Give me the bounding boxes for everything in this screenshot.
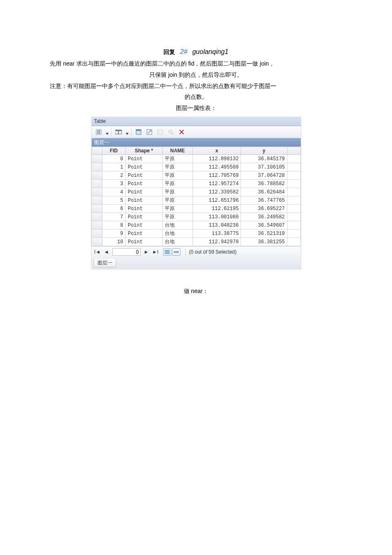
row-handle[interactable] [92, 155, 102, 163]
cell-y: 36.747765 [241, 196, 287, 205]
cell-fid: 0 [102, 155, 125, 163]
col-header-shape[interactable]: Shape * [125, 147, 162, 155]
cell-fid: 6 [102, 205, 125, 213]
body-line-2: 只保留 join 到的点，然后导出即可。 [50, 69, 342, 81]
table-row[interactable]: 1Point平原112.49558837.106105 [92, 163, 300, 171]
cell-x: 112.898132 [192, 155, 241, 163]
row-handle[interactable] [92, 196, 102, 205]
cell-y: 37.064728 [241, 171, 287, 180]
cell-name: 平原 [163, 188, 193, 196]
cell-name: 平原 [163, 196, 193, 205]
chevron-down-icon[interactable] [106, 131, 109, 134]
table-row[interactable]: 8Point台地113.04823636.549607 [92, 221, 300, 230]
row-handle[interactable] [92, 171, 102, 180]
last-record-button[interactable]: ►I [152, 249, 159, 255]
cell-extra [287, 221, 300, 230]
svg-marker-9 [126, 133, 129, 135]
svg-rect-13 [158, 130, 163, 134]
selection-status: (0 out of 59 Selected) [189, 249, 237, 255]
next-record-button[interactable]: ► [143, 249, 150, 255]
row-handle[interactable] [92, 230, 102, 238]
cell-y: 36.845179 [241, 155, 287, 163]
cell-x: 112.339582 [192, 188, 241, 196]
row-handle[interactable] [92, 238, 102, 246]
cell-shape: Point [125, 171, 162, 180]
table-row[interactable]: 2Point平原112.70576937.064728 [92, 171, 300, 180]
svg-rect-19 [165, 252, 170, 253]
prev-record-button[interactable]: ◄ [103, 249, 110, 255]
bottom-tab-layer1[interactable]: 图层一 [94, 259, 116, 267]
cell-shape: Point [125, 238, 162, 246]
show-all-records-button[interactable] [163, 248, 171, 256]
row-handle[interactable] [92, 221, 102, 230]
table-row[interactable]: 5Point平原112.65179636.747765 [92, 196, 300, 205]
svg-rect-11 [136, 130, 141, 131]
related-tables-button[interactable] [114, 127, 123, 137]
table-row[interactable]: 4Point平原112.33958236.626484 [92, 188, 300, 196]
switch-selection-button[interactable] [145, 127, 154, 137]
cell-extra [287, 188, 300, 196]
record-index-input[interactable] [112, 248, 141, 256]
body-line-5: 图层一属性表： [50, 103, 342, 114]
table-row[interactable]: 10Point台地112.94297836.381255 [92, 238, 300, 246]
cell-x: 112.651796 [192, 196, 241, 205]
cell-name: 台地 [163, 230, 193, 238]
col-header-name[interactable]: NAME [163, 147, 193, 155]
delete-selected-button[interactable] [177, 127, 186, 137]
record-navigator: I◄ ◄ ► ►I (0 out of 59 Selected) [92, 246, 301, 257]
svg-rect-7 [115, 130, 118, 131]
cell-y: 36.626484 [241, 188, 287, 196]
svg-marker-4 [106, 133, 109, 135]
cell-name: 台地 [163, 238, 193, 246]
cell-shape: Point [125, 230, 162, 238]
reply-number: 2# [180, 48, 187, 55]
svg-rect-8 [119, 130, 122, 131]
cell-fid: 5 [102, 196, 125, 205]
body-line-3: 注意：有可能图层一中多个点对应到图层二中一个点，所以求出的点数有可能少于图层一 [50, 81, 342, 92]
clear-selection-button[interactable] [156, 127, 165, 137]
table-row[interactable]: 7Point平原113.00108636.249582 [92, 213, 300, 221]
cell-y: 36.695227 [241, 205, 287, 213]
layer-name-band[interactable]: 图层一 [92, 138, 301, 147]
cell-extra [287, 213, 300, 221]
row-handle[interactable] [92, 188, 102, 196]
table-row[interactable]: 9Point台地113.3877536.521319 [92, 230, 300, 238]
zoom-selected-button[interactable] [166, 127, 175, 137]
cell-name: 台地 [163, 221, 193, 230]
cell-x: 112.495588 [192, 163, 241, 171]
cell-name: 平原 [163, 205, 193, 213]
table-options-button[interactable] [94, 127, 103, 137]
svg-rect-18 [165, 250, 170, 251]
svg-point-14 [169, 130, 172, 133]
cell-x: 112.705769 [192, 171, 241, 180]
cell-x: 112.957274 [192, 180, 241, 188]
select-by-attributes-button[interactable] [134, 127, 143, 137]
cell-extra [287, 155, 300, 163]
cell-name: 平原 [163, 155, 193, 163]
cell-x: 113.001086 [192, 213, 241, 221]
row-handle[interactable] [92, 163, 102, 171]
row-handle[interactable] [92, 205, 102, 213]
row-handle[interactable] [92, 213, 102, 221]
col-header-x[interactable]: x [192, 147, 241, 155]
first-record-button[interactable]: I◄ [94, 249, 101, 255]
cell-extra [287, 171, 300, 180]
reply-header: 回复 2# guolanqing1 [50, 46, 342, 58]
col-header-y[interactable]: y [241, 147, 287, 155]
panel-toolbar [92, 126, 301, 138]
panel-titlebar[interactable]: Table [92, 117, 301, 126]
data-grid[interactable]: FID Shape * NAME x y 0Point平原112.8981323… [92, 147, 301, 246]
col-header-fid[interactable]: FID [102, 147, 125, 155]
cell-shape: Point [125, 205, 162, 213]
table-row[interactable]: 3Point平原112.95727436.788582 [92, 180, 300, 188]
show-selected-records-button[interactable] [172, 248, 180, 256]
row-handle[interactable] [92, 180, 102, 188]
cell-extra [287, 238, 300, 246]
cell-x: 112.62195 [192, 205, 241, 213]
svg-line-15 [172, 133, 173, 134]
table-row[interactable]: 6Point平原112.6219536.695227 [92, 205, 300, 213]
cell-fid: 8 [102, 221, 125, 230]
chevron-down-icon[interactable] [126, 131, 129, 134]
table-row[interactable]: 0Point平原112.89813236.845179 [92, 155, 300, 163]
body-line-1: 先用 near 求出与图层一中的点最近的图层二中的点的 fid，然后图层二与图层… [50, 58, 342, 69]
